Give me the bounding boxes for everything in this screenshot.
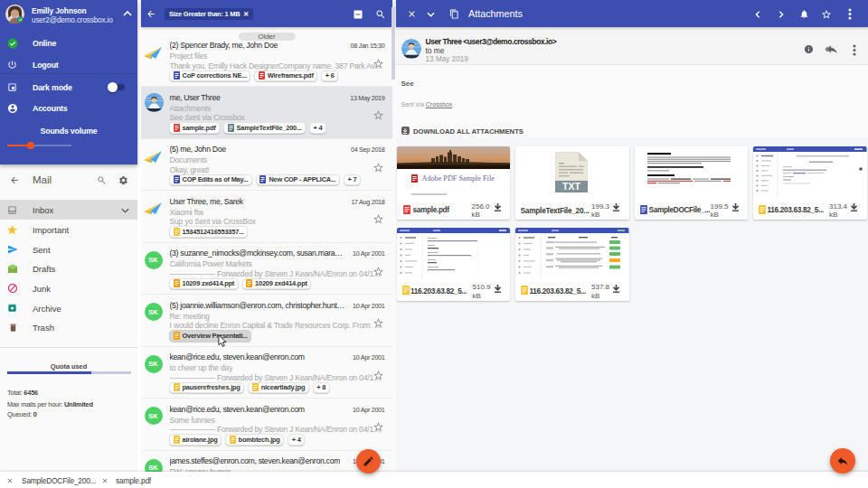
svg-text:TXT: TXT	[562, 181, 580, 192]
